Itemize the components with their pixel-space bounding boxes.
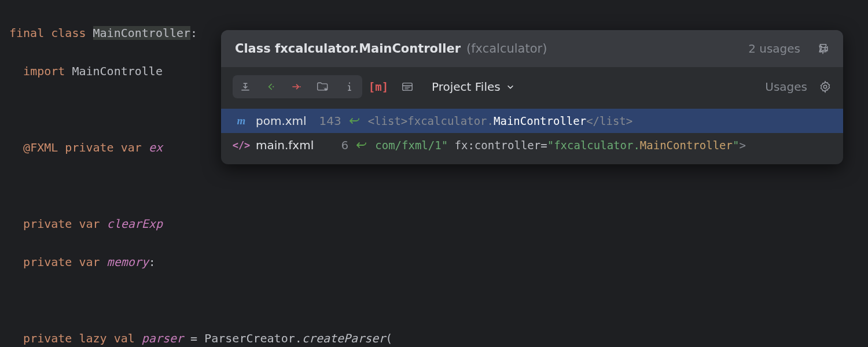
toolbar-group xyxy=(233,75,362,98)
result-preview: com/fxml/1" fx:controller="fxcalculator.… xyxy=(375,139,746,152)
punct: : xyxy=(190,26,197,40)
preview-attr: fx:controller= xyxy=(448,139,547,152)
chevron-down-icon xyxy=(506,83,514,91)
keyword: private xyxy=(65,141,113,154)
preview-string: "fxcalculator. xyxy=(547,139,640,152)
punct: = xyxy=(183,331,204,345)
xml-file-icon: </> xyxy=(235,139,248,151)
result-filename: pom.xml xyxy=(256,114,307,128)
ident: MainControlle xyxy=(72,64,163,78)
popup-title: Class fxcalculator.MainController xyxy=(235,42,461,56)
result-line-number: 6 xyxy=(322,138,348,152)
keyword: final xyxy=(9,26,44,40)
info-button[interactable] xyxy=(337,75,362,98)
keyword: private xyxy=(23,255,72,269)
popup-subtitle: (fxcalculator) xyxy=(466,42,547,56)
punct: : xyxy=(149,255,156,269)
svg-point-19 xyxy=(823,85,827,88)
scope-selector[interactable]: Project Files xyxy=(432,80,514,94)
result-row[interactable]: </> main.fxml 6 com/fxml/1" fx:controlle… xyxy=(221,133,843,157)
preview-match: MainController xyxy=(640,139,733,152)
nav-arrow-icon xyxy=(350,116,360,125)
svg-rect-15 xyxy=(403,83,412,91)
new-folder-button[interactable] xyxy=(309,75,337,98)
annotation: @FXML xyxy=(23,141,58,154)
popup-header: Class fxcalculator.MainController (fxcal… xyxy=(221,30,843,67)
module-icon[interactable]: [m] xyxy=(366,75,391,98)
code-line[interactable]: private lazy val parser = ParserCreator.… xyxy=(9,329,859,347)
preview-post: </list> xyxy=(586,115,632,127)
var-name: memory xyxy=(107,255,149,269)
result-row[interactable]: m pom.xml 143 <list>fxcalculator.MainCon… xyxy=(221,109,843,133)
preview-string: com/fxml/1" xyxy=(375,139,448,152)
result-line-number: 143 xyxy=(315,114,341,128)
keyword: lazy xyxy=(79,331,106,345)
code-line[interactable]: private var memory: xyxy=(9,253,859,272)
ident: ParserCreator xyxy=(204,331,295,345)
keyword: val xyxy=(114,331,135,345)
result-filename: main.fxml xyxy=(256,138,314,152)
preview-string: " xyxy=(733,139,739,152)
code-line[interactable] xyxy=(9,291,859,310)
settings-button[interactable] xyxy=(819,80,832,93)
punct: . xyxy=(295,331,302,345)
keyword: class xyxy=(51,26,86,40)
code-line[interactable] xyxy=(9,176,859,195)
var-name: ex xyxy=(149,141,163,154)
scope-label: Project Files xyxy=(432,80,501,94)
title-main: fxcalculator.MainController xyxy=(275,42,461,56)
val-name: parser xyxy=(142,331,183,345)
usage-count: 2 usages xyxy=(748,42,800,56)
keyword: var xyxy=(79,217,100,231)
preview-match: MainController xyxy=(494,115,586,127)
scroll-to-source-button[interactable] xyxy=(233,75,258,98)
popup-toolbar: [m] Project Files Usages xyxy=(221,67,843,106)
svg-line-9 xyxy=(324,88,325,89)
preview-panel-button[interactable] xyxy=(395,75,420,98)
preview-tail: > xyxy=(739,139,745,152)
nav-arrow-icon xyxy=(356,141,367,150)
keyword: var xyxy=(79,255,100,269)
class-name-highlight: MainController xyxy=(93,26,191,40)
usages-label: Usages xyxy=(765,80,807,94)
preview-pre: <list>fxcalculator. xyxy=(368,115,494,127)
navigate-next-button[interactable] xyxy=(284,75,309,98)
title-prefix: Class xyxy=(235,42,275,56)
svg-point-6 xyxy=(300,86,301,87)
pin-icon[interactable] xyxy=(816,42,829,55)
method-call: createParser xyxy=(302,331,386,345)
keyword: private xyxy=(23,331,72,345)
open-in-tool-window-button[interactable] xyxy=(258,75,284,98)
keyword: import xyxy=(23,64,65,78)
svg-point-11 xyxy=(349,83,350,84)
svg-point-4 xyxy=(273,86,274,87)
code-line[interactable]: private var clearExp xyxy=(9,215,859,234)
results-list: m pom.xml 143 <list>fxcalculator.MainCon… xyxy=(221,106,843,164)
keyword: var xyxy=(121,141,142,154)
maven-file-icon: m xyxy=(235,115,248,127)
var-name: clearExp xyxy=(107,217,163,231)
result-preview: <list>fxcalculator.MainController</list> xyxy=(368,115,633,127)
find-usages-popup: Class fxcalculator.MainController (fxcal… xyxy=(221,30,843,164)
keyword: private xyxy=(23,217,72,231)
punct: ( xyxy=(385,331,392,345)
